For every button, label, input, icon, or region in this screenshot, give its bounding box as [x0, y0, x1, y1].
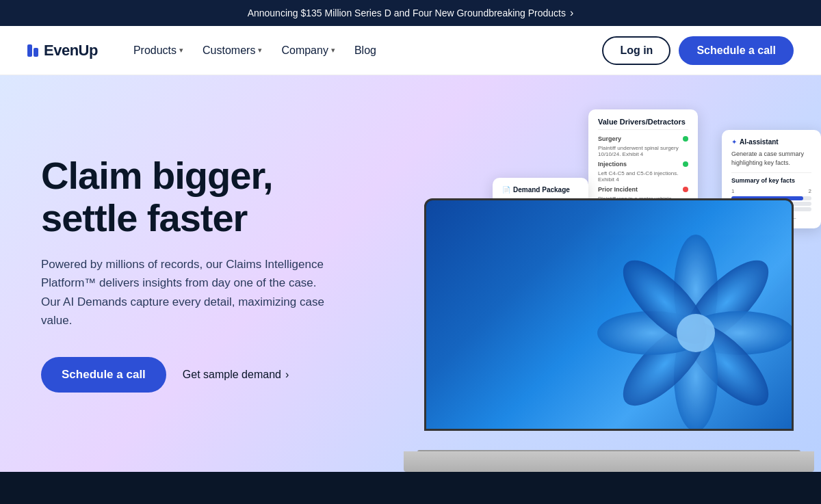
- card-title: AI-assistant: [740, 138, 779, 146]
- nav-item-products[interactable]: Products ▾: [125, 39, 192, 62]
- nav-links: Products ▾ Customers ▾ Company ▾ Blog: [125, 39, 602, 62]
- ai-prompt: Generate a case summary highlighting key…: [731, 150, 811, 167]
- card-title: Value Drivers/Detractors: [598, 118, 688, 130]
- nav-item-company[interactable]: Company ▾: [273, 39, 343, 62]
- announcement-bar[interactable]: Announcing $135 Million Series D and Fou…: [0, 0, 821, 26]
- hero-content: Claim bigger, settle faster Powered by m…: [41, 155, 328, 393]
- nav-item-blog[interactable]: Blog: [346, 39, 385, 62]
- nav-actions: Log in Schedule a call: [602, 36, 794, 65]
- status-green-icon: [683, 136, 688, 142]
- hero-visual: Value Drivers/Detractors Surgery Plainti…: [369, 89, 821, 472]
- card-row: Injections: [598, 161, 688, 168]
- hero-section: Claim bigger, settle faster Powered by m…: [0, 75, 821, 472]
- get-sample-demand-link[interactable]: Get sample demand ›: [183, 369, 289, 381]
- announcement-arrow: ›: [570, 7, 573, 19]
- hero-actions: Schedule a call Get sample demand ›: [41, 357, 328, 393]
- windows-flower-icon: [586, 224, 792, 429]
- hero-title: Claim bigger, settle faster: [41, 155, 328, 239]
- card-row: Prior Incident: [598, 186, 688, 193]
- logo-icon: [27, 44, 38, 57]
- status-green-icon: [683, 161, 688, 167]
- document-icon: 📄: [502, 186, 510, 194]
- card-title: Demand Package: [513, 186, 570, 194]
- card-row: Surgery: [598, 135, 688, 142]
- schedule-call-button-hero[interactable]: Schedule a call: [41, 357, 166, 393]
- chevron-down-icon: ▾: [258, 46, 262, 55]
- laptop-base: [404, 451, 814, 472]
- logo[interactable]: EvenUp: [27, 42, 98, 59]
- ai-subtitle: Summary of key facts: [731, 172, 811, 184]
- chevron-down-icon: ▾: [331, 46, 335, 55]
- login-button[interactable]: Log in: [602, 36, 670, 65]
- arrow-icon: ›: [285, 369, 289, 381]
- nav-item-customers[interactable]: Customers ▾: [194, 39, 270, 62]
- status-red-icon: [683, 187, 688, 192]
- laptop-screen: [424, 198, 794, 431]
- logo-text: EvenUp: [44, 42, 98, 59]
- navbar: EvenUp Products ▾ Customers ▾ Company ▾ …: [0, 26, 821, 75]
- hero-subtitle: Powered by millions of records, our Clai…: [41, 255, 328, 330]
- windows-wallpaper: [426, 200, 792, 429]
- laptop-mockup: [404, 198, 814, 472]
- chevron-down-icon: ▾: [179, 46, 183, 55]
- bottom-section: The Claims Intelligence Platform™ is tru…: [0, 472, 821, 504]
- svg-point-8: [677, 314, 715, 352]
- announcement-text: Announcing $135 Million Series D and Fou…: [248, 8, 566, 18]
- schedule-call-button-nav[interactable]: Schedule a call: [679, 36, 794, 65]
- ai-icon: ✦: [731, 138, 737, 146]
